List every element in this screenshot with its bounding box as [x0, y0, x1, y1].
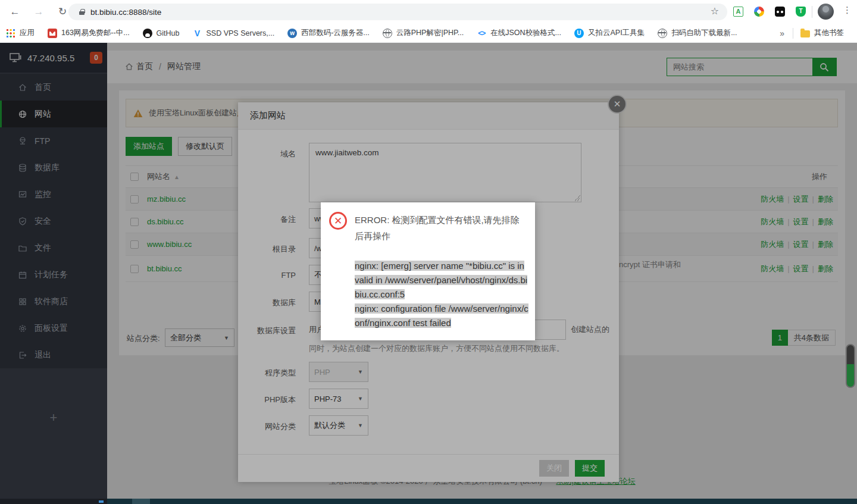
bookmark-label: 163网易免费邮--中... [61, 28, 130, 38]
bookmark-item[interactable]: 云路PHP解密|PHP... [383, 28, 464, 38]
globe-icon [383, 29, 392, 38]
extension-colorful-icon[interactable] [754, 7, 764, 17]
bookmark-label: 扫码自助下载最新... [671, 28, 737, 38]
upyun-icon: U [574, 29, 584, 38]
bookmark-item[interactable]: <>在线JSON校验格式... [477, 28, 561, 38]
address-bar[interactable]: bt.bibiu.cc:8888/site ☆ [68, 4, 727, 20]
browser-menu-icon[interactable]: ⋮ [843, 5, 852, 15]
bookmark-item[interactable]: GitHub [143, 29, 180, 38]
bookmark-item[interactable]: VSSD VPS Servers,... [193, 29, 275, 38]
apps-grid-icon [6, 29, 15, 38]
other-bookmarks[interactable]: 其他书签 [800, 28, 844, 38]
nginx-error-line1: nginx: [emerg] server name "*bibiu.cc" i… [355, 261, 527, 299]
github-icon [143, 29, 152, 38]
bookmark-label: 云路PHP解密|PHP... [396, 28, 464, 38]
browser-chrome: ← → ↻ bt.bibiu.cc:8888/site ☆ A T ⋮ 应用16… [0, 0, 857, 43]
url-text[interactable]: bt.bibiu.cc:8888/site [90, 8, 161, 17]
netease-mail-icon [48, 29, 57, 38]
os-taskbar[interactable] [0, 499, 857, 504]
bookmark-label: 又拍云API工具集 [588, 28, 645, 38]
bookmark-item[interactable]: 扫码自助下载最新... [658, 28, 737, 38]
folder-icon [800, 30, 810, 37]
nginx-error-detail: nginx: [emerg] server name "*bibiu.cc" i… [355, 259, 528, 330]
back-icon[interactable]: ← [7, 4, 23, 20]
bookmark-label: 西部数码-云服务器... [301, 28, 370, 38]
extension-dark-icon[interactable] [775, 7, 785, 17]
nginx-error-line2: nginx: configuration file /www/server/ng… [355, 303, 528, 328]
bookmarks-bar: 应用163网易免费邮--中...GitHubVSSD VPS Servers,.… [0, 24, 857, 43]
json-icon: <> [477, 29, 486, 38]
bookmark-item[interactable]: 163网易免费邮--中... [48, 28, 130, 38]
extension-shield-icon[interactable]: T [796, 7, 806, 17]
bookmark-label: SSD VPS Servers,... [207, 29, 275, 37]
error-popup: ✕ ERROR: 检测到配置文件有错误,请先排除后再操作 nginx: [eme… [321, 202, 535, 340]
error-circle-x-icon: ✕ [329, 212, 347, 230]
west-digital-icon: w [287, 29, 297, 38]
extension-a-icon[interactable]: A [733, 7, 743, 17]
profile-avatar[interactable] [818, 4, 834, 20]
globe-icon [658, 29, 667, 38]
bookmark-item[interactable]: U又拍云API工具集 [574, 28, 645, 38]
toolbar-separator [812, 6, 812, 18]
bookmark-label: 在线JSON校验格式... [490, 28, 561, 38]
error-message: ERROR: 检测到配置文件有错误,请先排除后再操作 [355, 212, 527, 244]
lock-icon [79, 9, 85, 15]
bookmarks-overflow-icon[interactable]: » [780, 29, 784, 38]
panel-page: 47.240.95.5 0 首页网站FTP数据库监控安全文件计划任务软件商店面板… [0, 43, 857, 499]
bookmark-label: GitHub [157, 29, 180, 37]
vultr-icon: V [193, 29, 202, 38]
bookmark-item[interactable]: 应用 [6, 28, 35, 38]
browser-toolbar: ← → ↻ bt.bibiu.cc:8888/site ☆ A T ⋮ [0, 0, 857, 24]
bookmark-star-icon[interactable]: ☆ [711, 5, 719, 17]
bookmarks-separator [793, 28, 793, 39]
bookmark-label: 应用 [20, 28, 35, 38]
forward-icon[interactable]: → [31, 4, 46, 20]
bookmark-item[interactable]: w西部数码-云服务器... [287, 28, 370, 38]
